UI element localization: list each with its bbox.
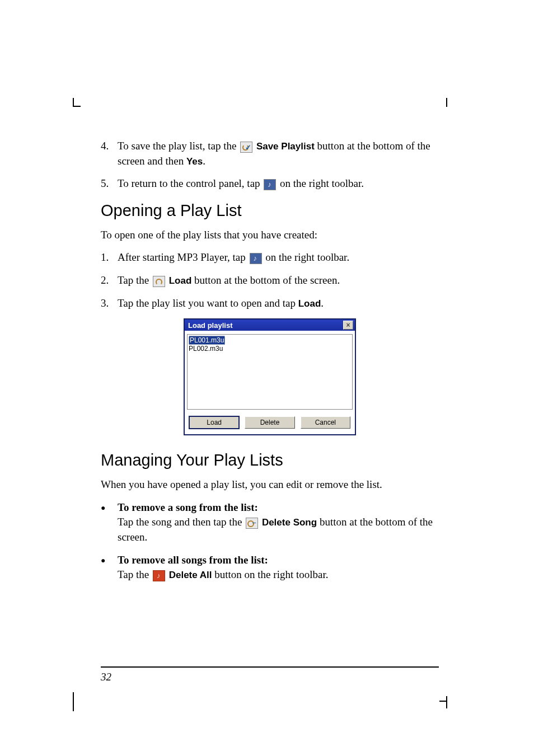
crop-mark bbox=[439, 701, 447, 708]
text: . bbox=[203, 155, 205, 167]
delete-song-label: Delete Song bbox=[262, 517, 317, 528]
text: Tap the play list you want to open and t… bbox=[118, 297, 298, 309]
text: button at the bottom of the screen. bbox=[191, 274, 340, 286]
text: Tap the song and then tap the bbox=[118, 516, 245, 528]
open-step-1: 1. After starting MP3 Player, tap on the… bbox=[101, 250, 439, 265]
load-label: Load bbox=[169, 275, 192, 286]
bullet-body: To remove a song from the list: Tap the … bbox=[118, 500, 439, 545]
list-number: 3. bbox=[101, 296, 118, 311]
paragraph: When you have opened a play list, you ca… bbox=[101, 477, 439, 492]
step-body: Tap the play list you want to open and t… bbox=[118, 296, 439, 311]
text: Tap the bbox=[118, 569, 152, 580]
playlist-icon bbox=[250, 253, 262, 264]
bullet-remove-song: ● To remove a song from the list: Tap th… bbox=[101, 500, 439, 545]
step-4: 4. To save the play list, tap the Save P… bbox=[101, 139, 439, 168]
load-label: Load bbox=[298, 298, 321, 309]
text: To save the play list, tap the bbox=[118, 140, 239, 152]
paragraph: To open one of the play lists that you h… bbox=[101, 228, 439, 243]
open-step-3: 3. Tap the play list you want to open an… bbox=[101, 296, 439, 311]
load-button[interactable]: Load bbox=[189, 416, 239, 429]
step-body: After starting MP3 Player, tap on the ri… bbox=[118, 250, 439, 265]
crop-mark bbox=[73, 106, 81, 107]
step-body: To save the play list, tap the Save Play… bbox=[118, 139, 439, 168]
list-number: 1. bbox=[101, 250, 118, 265]
delete-button[interactable]: Delete bbox=[245, 416, 294, 429]
page-number: 32 bbox=[101, 671, 111, 683]
control-panel-icon bbox=[264, 179, 276, 190]
cancel-button[interactable]: Cancel bbox=[301, 416, 350, 429]
open-step-2: 2. Tap the Load button at the bottom of … bbox=[101, 273, 439, 288]
text: . bbox=[321, 297, 324, 309]
page-footer: 32 bbox=[101, 666, 439, 683]
close-icon[interactable]: × bbox=[343, 321, 353, 330]
crop-mark bbox=[73, 692, 76, 711]
load-playlist-dialog: Load playlist × PL001.m3u PL002.m3u Load… bbox=[184, 318, 356, 435]
list-number: 2. bbox=[101, 273, 118, 288]
step-body: Tap the Load button at the bottom of the… bbox=[118, 273, 439, 288]
list-number: 4. bbox=[101, 139, 118, 168]
save-playlist-icon bbox=[240, 142, 252, 153]
bullet-icon: ● bbox=[101, 500, 118, 545]
dialog-button-row: Load Delete Cancel bbox=[185, 413, 355, 434]
save-playlist-label: Save Playlist bbox=[256, 141, 315, 152]
delete-all-label: Delete All bbox=[169, 570, 212, 580]
playlist-listbox[interactable]: PL001.m3u PL002.m3u bbox=[187, 334, 353, 410]
text: on the right toolbar. bbox=[277, 177, 364, 189]
list-number: 5. bbox=[101, 176, 118, 191]
yes-label: Yes bbox=[186, 156, 203, 167]
list-item-selected[interactable]: PL001.m3u bbox=[189, 336, 225, 345]
heading-managing-playlists: Managing Your Play Lists bbox=[101, 451, 439, 469]
text: After starting MP3 Player, tap bbox=[118, 251, 249, 263]
load-icon bbox=[153, 276, 165, 287]
bullet-remove-all: ● To remove all songs from the list: Tap… bbox=[101, 553, 439, 583]
crop-mark bbox=[444, 696, 447, 701]
bullet-body: To remove all songs from the list: Tap t… bbox=[118, 553, 439, 583]
step-body: To return to the control panel, tap on t… bbox=[118, 176, 439, 191]
dialog-title: Load playlist bbox=[188, 321, 232, 330]
heading-opening-playlist: Opening a Play List bbox=[101, 201, 439, 220]
list-item[interactable]: PL002.m3u bbox=[189, 345, 351, 353]
text: button on the right toolbar. bbox=[212, 569, 329, 580]
bullet-icon: ● bbox=[101, 553, 118, 583]
page-content: 4. To save the play list, tap the Save P… bbox=[0, 0, 534, 646]
bullet-heading: To remove a song from the list: bbox=[118, 501, 258, 513]
dialog-titlebar: Load playlist × bbox=[185, 320, 355, 331]
text: To return to the control panel, tap bbox=[118, 177, 263, 189]
delete-all-icon bbox=[153, 570, 165, 581]
delete-song-icon bbox=[246, 518, 258, 529]
text: Tap the bbox=[118, 274, 152, 286]
bullet-heading: To remove all songs from the list: bbox=[118, 554, 268, 566]
step-5: 5. To return to the control panel, tap o… bbox=[101, 176, 439, 191]
crop-mark bbox=[444, 98, 447, 107]
text: on the right toolbar. bbox=[263, 251, 350, 263]
